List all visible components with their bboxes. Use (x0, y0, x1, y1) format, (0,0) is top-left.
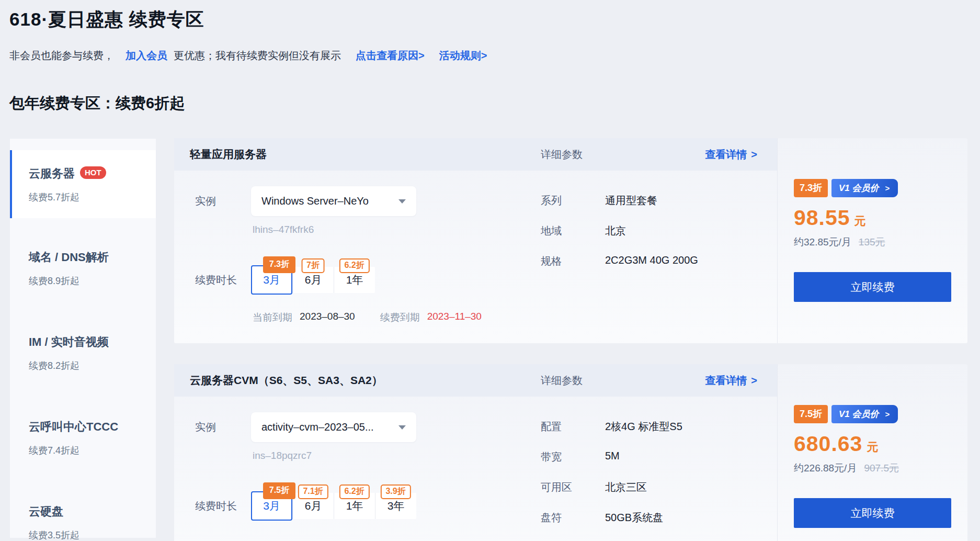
price-panel: 7.3折 V1 会员价 > 98.55 元 约32.85元/月 135元 (777, 138, 967, 343)
sidebar-item-cvm[interactable]: 云服务器 HOT 续费5.7折起 (10, 150, 156, 218)
sidebar-item-label: 云硬盘 (29, 504, 63, 520)
chevron-right-icon: > (751, 375, 757, 387)
subtitle-row: 非会员也能参与续费， 加入会员 更优惠；我有待续费实例但没有展示 点击查看原因>… (9, 49, 967, 63)
view-detail-link[interactable]: 查看详情 > (705, 148, 757, 162)
instance-label: 实例 (195, 186, 251, 216)
card-lighthouse: 轻量应用服务器 详细参数 查看详情 > 实例 Windows Se (174, 138, 967, 343)
content-area: 云服务器 HOT 续费5.7折起 域名 / DNS解析 续费8.9折起 IM /… (9, 138, 967, 541)
sidebar-item-sub: 续费5.7折起 (29, 191, 156, 204)
spec-details: 系列 通用型套餐 地域 北京 规格 2C2G3M 40G 200G (541, 186, 773, 324)
chevron-right-icon: > (885, 410, 890, 419)
sidebar-item-cbs[interactable]: 云硬盘 续费3.5折起 (10, 488, 156, 541)
sidebar-item-label: 云呼叫中心TCCC (29, 419, 118, 435)
instance-row: 实例 Windows Server–NeYo (195, 186, 541, 216)
sidebar-item-sub: 续费3.5折起 (29, 529, 156, 541)
card-header: 轻量应用服务器 详细参数 查看详情 > (174, 138, 777, 171)
sidebar-item-dns[interactable]: 域名 / DNS解析 续费8.9折起 (10, 234, 156, 302)
detail-label: 可用区 (541, 480, 605, 494)
price-original: 135元 (859, 235, 885, 249)
detail-label: 盘符 (541, 511, 605, 525)
detail-value: 2核4G 标准型S5 (605, 420, 682, 434)
instance-id: ins–18pqzrc7 (253, 450, 541, 461)
duration-label: 续费时长 (195, 267, 251, 293)
view-detail-label: 查看详情 (705, 148, 747, 162)
renew-expire-date: 2023–11–30 (427, 311, 482, 324)
renew-expire-label: 续费到期 (380, 311, 420, 324)
category-sidebar: 云服务器 HOT 续费5.7折起 域名 / DNS解析 续费8.9折起 IM /… (9, 138, 156, 538)
card-header: 云服务器CVM（S6、S5、SA3、SA2） 详细参数 查看详情 > (174, 364, 777, 397)
price-original: 907.5元 (864, 461, 899, 475)
renewal-page: 618·夏日盛惠 续费专区 非会员也能参与续费， 加入会员 更优惠；我有待续费实… (0, 0, 980, 541)
current-expire-date: 2023–08–30 (300, 311, 355, 324)
duration-tabs: 7.3折 3月 7折 6月 6.2折 1年 (251, 267, 375, 293)
card-cvm: 云服务器CVM（S6、S5、SA3、SA2） 详细参数 查看详情 > 实例 (174, 364, 967, 541)
chevron-down-icon (398, 425, 406, 430)
instance-row: 实例 activity–cvm–2023–05... (195, 412, 541, 442)
sidebar-item-label: 云服务器 (29, 166, 75, 182)
discount-badge: 7.5折 (263, 482, 295, 499)
renew-now-button[interactable]: 立即续费 (794, 272, 951, 302)
renew-now-button[interactable]: 立即续费 (794, 498, 951, 528)
instance-label: 实例 (195, 412, 251, 442)
price-panel: 7.5折 V1 会员价 > 680.63 元 约226.88元/月 907.5元 (777, 364, 967, 541)
price-amount: 98.55 (794, 206, 850, 230)
chevron-down-icon (398, 199, 406, 204)
detail-label: 配置 (541, 420, 605, 434)
price-unit: 元 (854, 213, 866, 229)
subtitle-mid: 更优惠；我有待续费实例但没有展示 (174, 49, 341, 63)
sidebar-item-title: 云服务器 HOT (29, 166, 156, 182)
price-per-month: 约32.85元/月 (794, 235, 851, 249)
discount-badge: 7.1折 (298, 484, 328, 499)
discount-badge: 6.2折 (339, 484, 369, 499)
join-member-link[interactable]: 加入会员 (126, 49, 167, 63)
duration-label: 续费时长 (195, 493, 251, 519)
detail-value: 5M (605, 450, 620, 464)
sidebar-item-label: 域名 / DNS解析 (29, 250, 109, 265)
sidebar-item-im[interactable]: IM / 实时音视频 续费8.2折起 (10, 319, 156, 387)
instance-select[interactable]: Windows Server–NeYo (251, 186, 416, 216)
price-discount-badge: 7.5折 (794, 405, 828, 423)
instance-id: lhins–47fkfrk6 (253, 224, 541, 235)
vip-price-label: V1 会员价 (839, 182, 879, 194)
sidebar-item-sub: 续费8.2折起 (29, 359, 156, 372)
current-expire-label: 当前到期 (253, 311, 292, 324)
subtitle-prefix: 非会员也能参与续费， (9, 49, 114, 63)
vip-price-pill[interactable]: V1 会员价 > (831, 405, 898, 423)
expire-dates-row: 当前到期 2023–08–30 续费到期 2023–11–30 (253, 311, 541, 324)
hot-badge: HOT (80, 166, 106, 179)
price-amount: 680.63 (794, 432, 862, 456)
price-per-month: 约226.88元/月 (794, 461, 857, 475)
sidebar-item-tccc[interactable]: 云呼叫中心TCCC 续费7.4折起 (10, 403, 156, 471)
price-discount-badge: 7.3折 (794, 179, 828, 197)
sidebar-item-label: IM / 实时音视频 (29, 334, 109, 350)
duration-tabs: 7.5折 3月 7.1折 6月 6.2折 1年 (251, 493, 416, 519)
activity-rules-link[interactable]: 活动规则> (439, 49, 487, 63)
card-title: 轻量应用服务器 (190, 147, 267, 162)
vip-price-pill[interactable]: V1 会员价 > (831, 179, 898, 197)
detail-value: 北京 (605, 224, 626, 238)
section-title: 包年续费专区：续费6折起 (9, 93, 967, 114)
view-detail-link[interactable]: 查看详情 > (705, 374, 757, 388)
chevron-right-icon: > (885, 184, 890, 193)
duration-row: 续费时长 7.3折 3月 7折 6月 (195, 267, 541, 293)
price-unit: 元 (867, 439, 878, 455)
detail-label: 地域 (541, 224, 605, 238)
view-reason-link[interactable]: 点击查看原因> (356, 49, 425, 63)
detail-label: 规格 (541, 254, 605, 268)
page-title: 618·夏日盛惠 续费专区 (9, 7, 967, 32)
vip-price-label: V1 会员价 (839, 408, 879, 420)
discount-badge: 6.2折 (339, 258, 369, 273)
product-cards: 轻量应用服务器 详细参数 查看详情 > 实例 Windows Se (174, 138, 967, 541)
duration-row: 续费时长 7.5折 3月 7.1折 6月 (195, 493, 541, 519)
detail-label: 系列 (541, 194, 605, 208)
instance-select[interactable]: activity–cvm–2023–05... (251, 412, 416, 442)
detail-value: 50GB系统盘 (605, 511, 663, 525)
card-title: 云服务器CVM（S6、S5、SA3、SA2） (190, 373, 383, 388)
detail-value: 2C2G3M 40G 200G (605, 254, 698, 268)
discount-badge: 3.9折 (380, 484, 411, 499)
discount-badge: 7.3折 (263, 256, 295, 273)
sidebar-item-sub: 续费8.9折起 (29, 275, 156, 287)
detail-params-label: 详细参数 (541, 148, 583, 162)
view-detail-label: 查看详情 (705, 374, 747, 388)
detail-label: 带宽 (541, 450, 605, 464)
